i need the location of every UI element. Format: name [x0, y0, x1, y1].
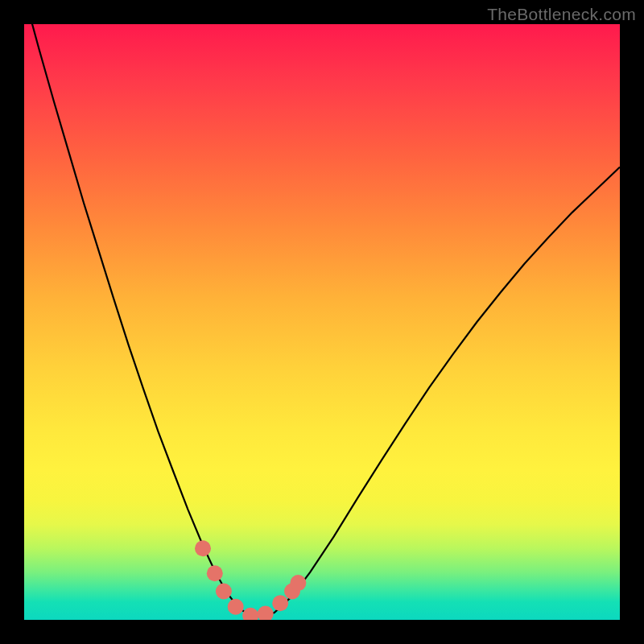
- chart-frame: TheBottleneck.com: [0, 0, 644, 644]
- watermark-text: TheBottleneck.com: [487, 5, 636, 24]
- highlight-dot: [242, 608, 258, 620]
- highlight-dot: [290, 575, 306, 591]
- plot-area: [24, 24, 620, 620]
- highlight-dot: [258, 606, 274, 620]
- highlight-dot: [195, 540, 211, 556]
- highlight-dot: [207, 565, 223, 581]
- chart-overlay-svg: [24, 24, 620, 620]
- highlight-dot: [272, 595, 288, 611]
- curve-line: [24, 24, 620, 617]
- highlight-dot: [228, 599, 244, 615]
- highlight-dots-group: [195, 540, 306, 620]
- highlight-dot: [216, 583, 232, 599]
